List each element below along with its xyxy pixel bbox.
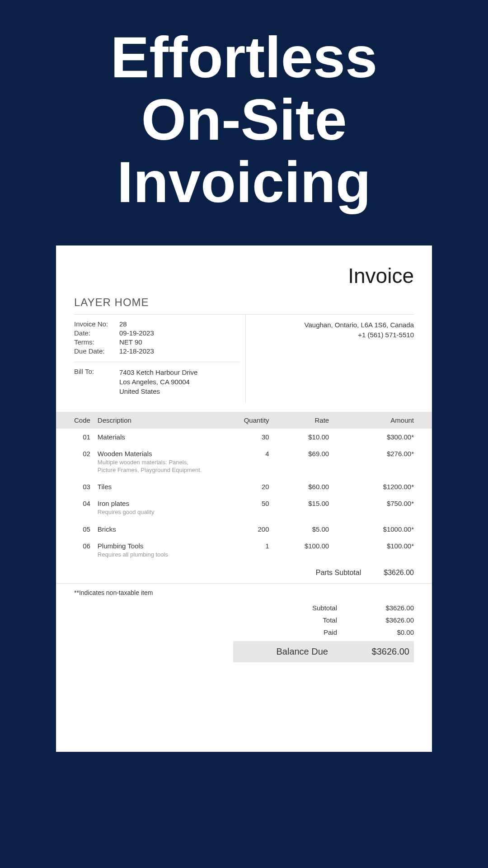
subtotal-row: Subtotal $3626.00 [233,602,414,614]
paid-label: Paid [233,628,355,636]
table-row: 02Wooden MaterialsMultiple wooden materi… [56,445,432,479]
date-value: 09-19-2023 [119,329,154,337]
item-subtext: Requires good quality [98,509,208,516]
cell-amount: $750.00* [333,495,432,521]
headline-line-1: Effortless [0,26,488,89]
document-title: Invoice [74,264,414,288]
total-row: Total $3626.00 [233,614,414,626]
cell-amount: $100.00* [333,538,432,563]
cell-rate: $10.00 [273,429,333,445]
cell-rate: $60.00 [273,478,333,495]
due-row: Due Date: 12-18-2023 [74,347,240,355]
col-rate: Rate [273,412,333,429]
cell-amount: $1200.00* [333,478,432,495]
total-value: $3626.00 [355,616,414,624]
cell-rate: $69.00 [273,445,333,479]
parts-subtotal-label: Parts Subtotal [316,569,361,577]
cell-code: 04 [56,495,94,521]
terms-value: NET 90 [119,338,142,346]
cell-rate: $15.00 [273,495,333,521]
cell-amount: $300.00* [333,429,432,445]
table-row: 04Iron platesRequires good quality50$15.… [56,495,432,521]
bill-to-label: Bill To: [74,368,119,396]
cell-description: Plumbing ToolsRequires all plumbing tool… [94,538,211,563]
table-header-row: Code Description Quantity Rate Amount [56,412,432,429]
cell-quantity: 4 [211,445,273,479]
table-row: 06Plumbing ToolsRequires all plumbing to… [56,538,432,563]
invoice-no-row: Invoice No: 28 [74,320,240,328]
due-value: 12-18-2023 [119,347,154,355]
balance-due-row: Balance Due $3626.00 [233,641,414,662]
headline-line-3: Invoicing [0,151,488,213]
subtotal-label: Subtotal [233,604,355,612]
bill-to-line-1: 7403 Ketch Harbour Drive [119,368,197,377]
table-row: 03Tiles20$60.00$1200.00* [56,478,432,495]
col-description: Description [94,412,211,429]
invoice-no-label: Invoice No: [74,320,119,328]
item-subtext: Requires all plumbing tools [98,551,208,559]
date-row: Date: 09-19-2023 [74,329,240,337]
cell-description: Materials [94,429,211,445]
parts-subtotal-value: $3626.00 [384,569,414,577]
date-label: Date: [74,329,119,337]
cell-quantity: 50 [211,495,273,521]
line-items-table: Code Description Quantity Rate Amount 01… [56,412,432,564]
bill-to-line-3: United States [119,387,197,396]
cell-description: Bricks [94,521,211,538]
parts-subtotal-section: Parts Subtotal $3626.00 [56,563,432,584]
cell-code: 06 [56,538,94,563]
paid-value: $0.00 [355,628,414,636]
table-row: 05Bricks200$5.00$1000.00* [56,521,432,538]
cell-rate: $5.00 [273,521,333,538]
taxable-note: **Indicates non-taxable item [74,584,414,602]
invoice-meta: Invoice No: 28 Date: 09-19-2023 Terms: N… [74,314,414,403]
cell-quantity: 1 [211,538,273,563]
balance-due-label: Balance Due [233,646,346,657]
subtotal-value: $3626.00 [355,604,414,612]
due-label: Due Date: [74,347,119,355]
cell-amount: $1000.00* [333,521,432,538]
bill-to-row: Bill To: 7403 Ketch Harbour Drive Los An… [74,368,240,396]
total-label: Total [233,616,355,624]
invoice-document: Invoice LAYER HOME Invoice No: 28 Date: … [56,245,432,752]
cell-code: 03 [56,478,94,495]
headline-line-2: On-Site [0,89,488,151]
cell-code: 05 [56,521,94,538]
col-amount: Amount [333,412,432,429]
invoice-no-value: 28 [119,320,127,328]
cell-quantity: 200 [211,521,273,538]
terms-label: Terms: [74,338,119,346]
cell-quantity: 20 [211,478,273,495]
bill-to-address: 7403 Ketch Harbour Drive Los Angeles, CA… [119,368,197,396]
bill-to-line-2: Los Angeles, CA 90004 [119,377,197,387]
from-line-2: +1 (561) 571-5510 [246,330,414,340]
col-code: Code [56,412,94,429]
cell-quantity: 30 [211,429,273,445]
from-line-1: Vaughan, Ontario, L6A 1S6, Canada [246,320,414,330]
balance-due-value: $3626.00 [346,646,414,657]
cell-rate: $100.00 [273,538,333,563]
totals-section: Subtotal $3626.00 Total $3626.00 Paid $0… [233,602,414,662]
cell-description: Wooden MaterialsMultiple wooden material… [94,445,211,479]
marketing-headline: Effortless On-Site Invoicing [0,0,488,214]
item-subtext: Multiple wooden materials: Panels, Pictu… [98,459,208,474]
cell-code: 01 [56,429,94,445]
col-quantity: Quantity [211,412,273,429]
cell-description: Tiles [94,478,211,495]
paid-row: Paid $0.00 [233,626,414,638]
terms-row: Terms: NET 90 [74,338,240,346]
cell-description: Iron platesRequires good quality [94,495,211,521]
cell-code: 02 [56,445,94,479]
cell-amount: $276.00* [333,445,432,479]
table-row: 01Materials30$10.00$300.00* [56,429,432,445]
company-name: LAYER HOME [74,296,414,309]
